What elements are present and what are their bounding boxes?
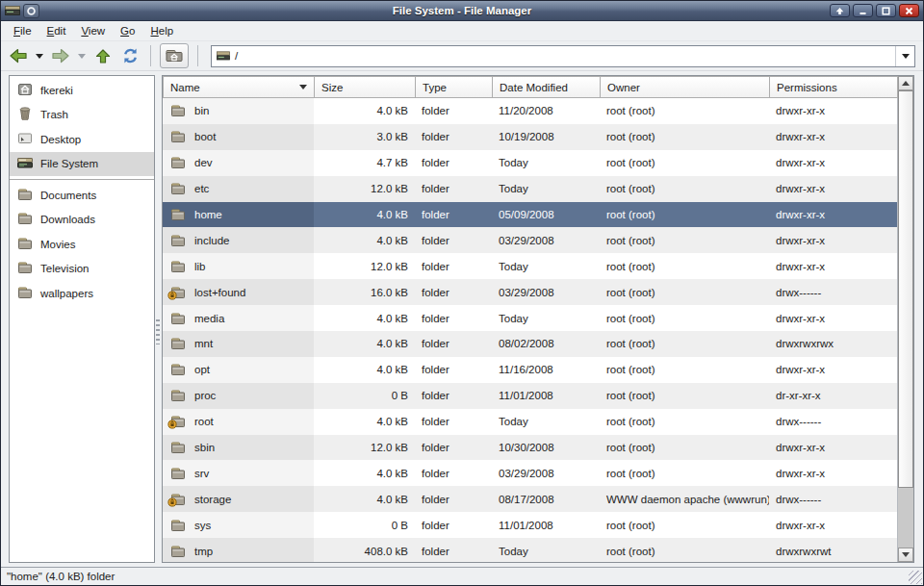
sidebar-item-desktop[interactable]: Desktop (10, 127, 154, 152)
scroll-down-button[interactable] (898, 548, 913, 562)
sort-descending-icon (299, 85, 307, 89)
maximize-button[interactable] (876, 4, 896, 17)
menu-view[interactable]: View (74, 23, 112, 38)
file-permissions-cell: drwx------ (769, 486, 897, 512)
table-row[interactable]: lib12.0 kBfolderTodayroot (root)drwxr-xr… (163, 253, 897, 279)
forward-button[interactable] (49, 44, 72, 67)
scroll-up-button[interactable] (898, 76, 913, 90)
home-button[interactable] (160, 43, 189, 68)
table-row[interactable]: dev4.7 kBfolderTodayroot (root)drwxr-xr-… (163, 150, 897, 176)
column-header-permissions[interactable]: Permissions (769, 76, 898, 98)
column-header-date-modified[interactable]: Date Modified (492, 76, 601, 98)
up-button[interactable] (91, 44, 115, 67)
file-permissions-cell: drwxr-xr-x (769, 227, 897, 253)
table-row[interactable]: etc12.0 kBfolderTodayroot (root)drwxr-xr… (163, 176, 897, 202)
menu-go[interactable]: Go (114, 23, 141, 38)
sidebar-item-downloads[interactable]: Downloads (10, 208, 154, 233)
folder-icon (17, 187, 33, 204)
resize-grip[interactable] (909, 571, 922, 584)
app-icon[interactable] (23, 4, 39, 18)
folder-icon (170, 181, 186, 196)
table-row[interactable]: storage4.0 kBfolder08/17/2008WWW daemon … (163, 486, 897, 512)
close-button[interactable] (899, 4, 919, 17)
column-header-owner[interactable]: Owner (600, 76, 770, 98)
file-name-label: sbin (194, 442, 215, 453)
column-header-name[interactable]: Name (163, 76, 315, 98)
file-date-cell: 03/29/2008 (492, 279, 600, 305)
file-owner-cell: root (root) (600, 98, 769, 124)
minimize-button[interactable] (853, 4, 873, 17)
sidebar-item-movies[interactable]: Movies (10, 232, 154, 257)
table-row[interactable]: proc0 Bfolder11/01/2008root (root)dr-xr-… (163, 383, 897, 409)
folder-icon (17, 236, 33, 253)
file-size-cell: 4.0 kB (314, 357, 415, 383)
column-header-label: Owner (607, 82, 640, 93)
menu-file[interactable]: File (7, 23, 38, 38)
forward-history-dropdown[interactable] (76, 44, 88, 67)
table-row[interactable]: boot3.0 kBfolder10/19/2008root (root)drw… (163, 124, 897, 150)
title-bar[interactable]: File System - File Manager (1, 1, 923, 21)
file-name-label: home (194, 209, 222, 220)
refresh-button[interactable] (118, 44, 141, 67)
home-icon (17, 82, 33, 99)
table-row[interactable]: mnt4.0 kBfolder08/02/2008root (root)drwx… (163, 331, 897, 357)
path-bar[interactable]: / (211, 45, 915, 67)
file-owner-cell: root (root) (600, 538, 769, 562)
file-name-cell: include (163, 227, 314, 253)
table-row[interactable]: sbin12.0 kBfolder10/30/2008root (root)dr… (163, 435, 897, 461)
table-row[interactable]: tmp408.0 kBfolderTodayroot (root)drwxrwx… (163, 538, 897, 562)
file-date-cell: 10/30/2008 (492, 435, 600, 461)
path-dropdown-button[interactable] (895, 46, 914, 66)
table-row[interactable]: bin4.0 kBfolder11/20/2008root (root)drwx… (163, 98, 897, 124)
window-menu-icon[interactable] (5, 5, 20, 17)
column-header-label: Size (321, 82, 343, 93)
table-row[interactable]: media4.0 kBfolderTodayroot (root)drwxr-x… (163, 305, 897, 331)
sidebar-item-trash[interactable]: Trash (10, 103, 154, 128)
file-type-cell: folder (415, 202, 492, 228)
table-row[interactable]: root4.0 kBfolderTodayroot (root)drwx----… (163, 409, 897, 435)
file-owner-cell: root (root) (600, 409, 769, 435)
column-header-label: Permissions (777, 82, 837, 93)
table-row[interactable]: lost+found16.0 kBfolder03/29/2008root (r… (163, 279, 897, 305)
table-row[interactable]: srv4.0 kBfolder03/29/2008root (root)drwx… (163, 460, 897, 486)
table-row[interactable]: sys0 Bfolder11/01/2008root (root)drwxr-x… (163, 512, 897, 538)
sidebar-item-television[interactable]: Television (10, 257, 154, 282)
file-owner-cell: root (root) (600, 357, 769, 383)
vertical-scrollbar[interactable] (897, 76, 913, 562)
file-name-cell: lib (163, 253, 314, 279)
column-header-type[interactable]: Type (415, 76, 493, 98)
back-button[interactable] (7, 44, 30, 67)
file-owner-cell: root (root) (600, 460, 769, 486)
file-date-cell: 03/29/2008 (492, 460, 600, 486)
file-date-cell: 08/17/2008 (492, 486, 600, 512)
table-row[interactable]: include4.0 kBfolder03/29/2008root (root)… (163, 227, 897, 253)
menu-help[interactable]: Help (143, 23, 180, 38)
back-history-dropdown[interactable] (34, 44, 45, 67)
file-type-cell: folder (415, 124, 492, 150)
file-permissions-cell: drwxr-xr-x (769, 124, 897, 150)
file-type-cell: folder (415, 486, 492, 512)
file-date-cell: 11/01/2008 (492, 383, 600, 409)
file-type-cell: folder (415, 383, 492, 409)
table-row[interactable]: opt4.0 kBfolder11/16/2008root (root)drwx… (163, 357, 897, 383)
pane-splitter[interactable] (155, 75, 162, 563)
file-size-cell: 4.7 kB (314, 150, 415, 176)
file-type-cell: folder (415, 538, 492, 562)
file-name-cell: lost+found (163, 279, 314, 305)
sidebar-item-wallpapers[interactable]: wallpapers (10, 281, 154, 306)
file-date-cell: 03/29/2008 (492, 227, 600, 253)
folder-locked-icon (170, 285, 186, 300)
scrollbar-thumb[interactable] (898, 90, 913, 488)
table-row[interactable]: home4.0 kBfolder05/09/2008root (root)drw… (163, 202, 897, 228)
sidebar-item-documents[interactable]: Documents (10, 183, 154, 208)
shade-button[interactable] (830, 4, 850, 17)
column-header-size[interactable]: Size (314, 76, 416, 98)
sidebar-item-file-system[interactable]: File System (10, 152, 154, 177)
file-name-label: boot (194, 131, 216, 142)
file-date-cell: Today (492, 538, 600, 562)
menu-edit[interactable]: Edit (40, 23, 73, 38)
sidebar-item-fkereki[interactable]: fkereki (10, 78, 154, 103)
file-name-cell: sbin (163, 435, 314, 461)
file-name-cell: boot (163, 124, 314, 150)
scrollbar-track[interactable] (898, 90, 913, 548)
